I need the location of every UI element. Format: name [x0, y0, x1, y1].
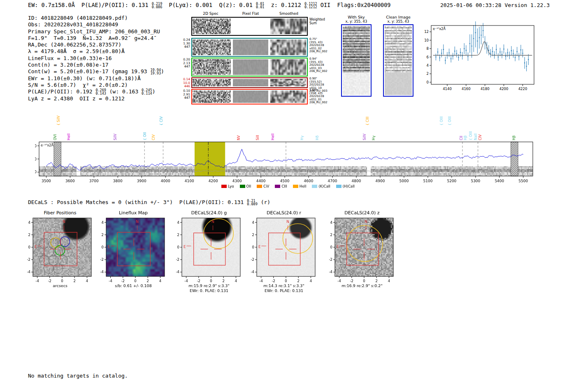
compass-e-label: E	[108, 245, 110, 249]
legend-item: Lyα	[221, 184, 234, 188]
decals_g-overlay: NE-4-4-2-2002244	[173, 208, 245, 296]
spec2d-row-right-label: 1.69"(356, 43)20220228v031_01206_RU_002	[309, 89, 340, 104]
axis-label: 4220	[518, 87, 527, 91]
data-point	[505, 56, 506, 56]
catalog-notes: No matching targets in catalog. Row inte…	[28, 360, 128, 392]
left-label-line: 446	[183, 85, 190, 88]
right-label-line: 206_RU_002	[309, 70, 340, 73]
axis-label: 4	[177, 220, 179, 225]
stacked-fraction: 0.2190.086	[152, 2, 163, 9]
with-sky-image	[343, 26, 370, 95]
pixel-flat-strip	[233, 79, 268, 86]
data-point	[466, 50, 467, 51]
spectrum-flux-line	[46, 149, 523, 170]
axis-label: 4	[388, 279, 390, 283]
with-sky-title: With Sky	[341, 15, 372, 19]
text-segment: (w: 0.163	[106, 88, 142, 95]
data-point	[451, 58, 451, 59]
ifu-footprint-square	[117, 232, 150, 266]
axis-label: 3900	[137, 179, 146, 183]
emission-line-label: Hδ	[315, 135, 319, 140]
aperture-circle	[283, 224, 313, 254]
data-point	[528, 59, 529, 60]
spec2d-row	[191, 38, 308, 57]
spec2d-strip	[193, 39, 231, 55]
text-segment: z: 0.1212	[264, 2, 304, 8]
plot-frame	[431, 26, 534, 84]
spec2d-column-title: Pixel Flat	[232, 12, 269, 16]
axis-label: 4600	[304, 179, 314, 183]
info-line: LineFlux = 1.30(±0.33)e-16	[28, 55, 164, 62]
axis-label: 0	[427, 80, 429, 84]
smoothed-strip	[270, 39, 306, 55]
spec2d-row-right-label: 0.94"(355, 43)20220228v031_03206_RU_002	[309, 58, 340, 73]
decals_z-overlay: NE-4-4-2-2002244	[326, 208, 398, 296]
compass-n-label: N	[365, 220, 367, 224]
flux-units-annotation: e⁻¹⁷x2Å	[41, 143, 53, 147]
legend-swatch	[257, 185, 262, 188]
clean-image	[385, 26, 412, 95]
spec2d-row	[191, 77, 308, 88]
smoothed-strip	[270, 90, 306, 103]
axis-label: 3800	[113, 179, 123, 183]
text-segment: RA,Dec (240.062256,52.873577)	[28, 42, 121, 48]
weighted-sum-label-line: Sum	[309, 21, 325, 25]
axis-label: 2	[74, 279, 76, 283]
cutout-panel-fiber: Fiber PositionsNE-4-4-2-2002244arcsecs	[24, 208, 96, 296]
info-line: LyA z = 2.4380 OII z = 0.1212	[28, 95, 164, 102]
axis-label: -4	[176, 270, 179, 274]
aperture-circle	[347, 225, 383, 262]
text-segment: S/N = 5.6(±0.7) χ² = 2.0(±0.2)	[28, 82, 128, 88]
emission-line-label: NV	[237, 135, 241, 140]
stacked-fraction: 0.12120.1212	[304, 2, 317, 9]
axis-label: 2	[223, 279, 225, 283]
stacked-fraction: 0.2450.114	[142, 88, 152, 95]
axis-label: 2	[252, 233, 254, 237]
data-point	[499, 51, 500, 52]
spec2d-strip	[193, 79, 231, 86]
emission-line-label: SiIV	[362, 134, 367, 140]
data-point	[471, 46, 472, 46]
emission-line-label: CII	[459, 136, 463, 140]
data-point	[453, 56, 453, 56]
data-point	[492, 51, 493, 52]
emission-line-label: NaII	[474, 133, 478, 140]
legend-swatch	[240, 185, 245, 188]
detection-info-block: ID: 4018228049 (4018228049.pdf)Obs: 2022…	[28, 15, 164, 102]
cutout-caption: s/b: 0.61 +/- 0.108	[97, 283, 170, 288]
legend-label: CiV	[263, 184, 269, 188]
axis-label: 4	[427, 63, 429, 67]
right-label-line: 206_RU_002	[309, 101, 340, 104]
axis-label: -2	[48, 279, 51, 283]
emission-line-label: { CIV	[159, 116, 163, 125]
legend-label: (K)CaII	[318, 184, 330, 188]
axis-label: 4	[28, 220, 30, 225]
text-segment: ID: 4018228049 (4018228049.pdf)	[28, 15, 128, 21]
right-label-line: 206_RU_002	[309, 50, 340, 53]
stack-bottom: 0.089	[247, 202, 258, 206]
legend-item: CIII	[275, 184, 287, 188]
fiber-overlay: NE-4-4-2-2002244	[24, 208, 96, 296]
weighted-smoothed-strip	[270, 19, 307, 34]
axis-label: 0	[61, 279, 63, 283]
data-point	[439, 57, 440, 58]
fiber-circle	[49, 255, 58, 265]
info-line: Obs: 20220228v031_4018228049	[28, 21, 164, 28]
plot-frame	[33, 218, 91, 276]
legend-swatch	[312, 185, 317, 188]
compass-n-label: N	[63, 220, 65, 224]
clean-image-coords: x, y: 355, 43	[383, 19, 413, 23]
data-point	[473, 38, 474, 39]
stacked-fraction: 19.9419.93	[150, 68, 161, 75]
clean-image-title: Clean Image	[383, 15, 413, 19]
emission-line-label: SiII	[255, 135, 260, 140]
axis-label: 4400	[256, 179, 266, 183]
emission-line-label: OVI	[53, 134, 57, 140]
emission-line-label: { OII	[143, 132, 147, 140]
lineflux-overlay: NE-4-4-2-2002244	[97, 208, 170, 296]
fiber-circle	[58, 239, 68, 248]
axis-label: 4	[252, 220, 254, 225]
fiber-circle	[53, 247, 63, 257]
text-segment: (r)	[258, 199, 270, 205]
left-label-line: 447	[183, 96, 190, 100]
